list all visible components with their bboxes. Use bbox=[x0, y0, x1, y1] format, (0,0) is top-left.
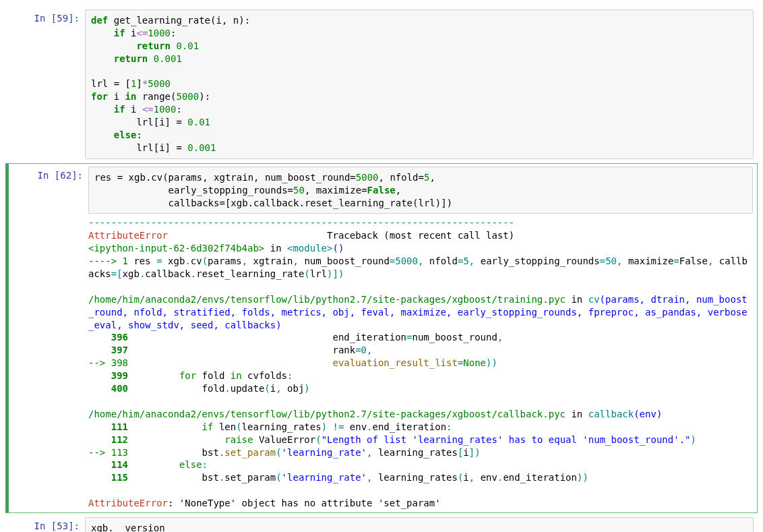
input-prompt: In [62]: bbox=[9, 167, 88, 510]
input-prompt: In [59]: bbox=[5, 9, 85, 159]
code-cell-62[interactable]: In [62]: res = xgb.cv(params, xgtrain, n… bbox=[5, 163, 758, 513]
traceback-output: ----------------------------------------… bbox=[88, 214, 753, 509]
code-input[interactable]: xgb.__version__ bbox=[85, 517, 754, 532]
code-input[interactable]: def get_learning_rate(i, n): if i<=1000:… bbox=[85, 9, 754, 159]
code-cell-53[interactable]: In [53]: xgb.__version__ bbox=[5, 514, 758, 532]
code-cell-59[interactable]: In [59]: def get_learning_rate(i, n): if… bbox=[5, 7, 758, 162]
code-input[interactable]: res = xgb.cv(params, xgtrain, num_boost_… bbox=[88, 167, 753, 214]
input-prompt: In [53]: bbox=[5, 517, 85, 532]
